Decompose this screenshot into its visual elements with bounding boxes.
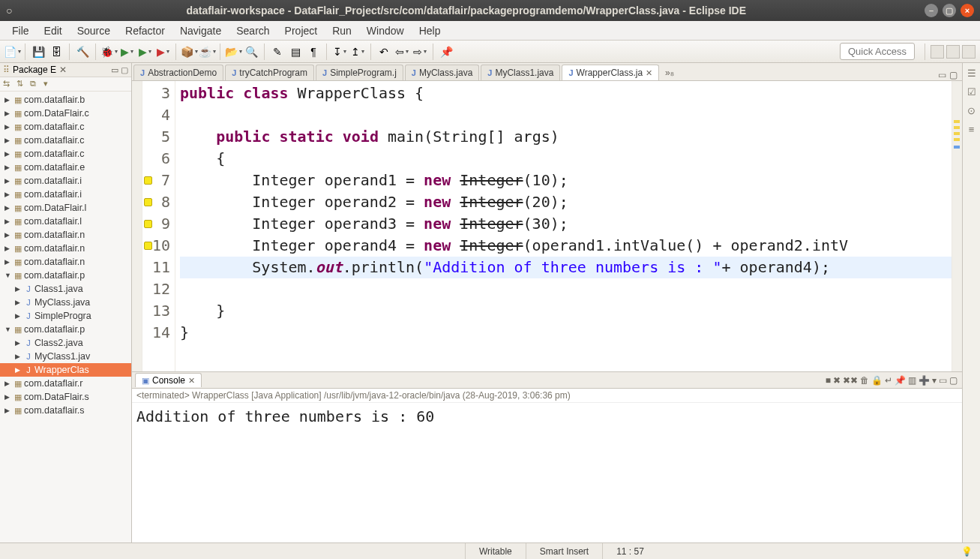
file-item[interactable]: ▶JSimpleProgra: [0, 309, 131, 323]
maximize-editor-icon[interactable]: ▢: [949, 70, 958, 80]
code-editor[interactable]: public class WrapperClass { public stati…: [175, 81, 952, 371]
toggle-block-button[interactable]: ▤: [288, 44, 303, 59]
open-console-icon[interactable]: ➕: [919, 375, 930, 386]
minimize-console-icon[interactable]: ▭: [939, 375, 947, 386]
open-type-button[interactable]: 📂: [226, 44, 241, 59]
tip-icon[interactable]: 💡: [961, 546, 980, 557]
forward-button[interactable]: ⇨: [412, 44, 427, 59]
word-wrap-icon[interactable]: ↵: [885, 375, 892, 386]
new-package-button[interactable]: 📦: [181, 44, 196, 59]
remove-all-icon[interactable]: ✖✖: [843, 375, 858, 386]
clear-console-icon[interactable]: 🗑: [860, 375, 869, 386]
remove-launch-icon[interactable]: ✖: [833, 375, 841, 386]
package-item[interactable]: ▶▦com.DataFlair.l: [0, 201, 131, 215]
overview-ruler[interactable]: [952, 81, 962, 371]
package-item[interactable]: ▶▦com.dataflair.n: [0, 228, 131, 242]
save-all-button[interactable]: 🗄: [49, 44, 64, 59]
debug-button[interactable]: 🐞: [101, 44, 116, 59]
file-item[interactable]: ▶JMyClass1.jav: [0, 350, 131, 363]
file-item[interactable]: ▶JMyClass.java: [0, 296, 131, 309]
minimize-button[interactable]: –: [925, 4, 938, 17]
menu-run[interactable]: Run: [325, 23, 359, 39]
menu-project[interactable]: Project: [277, 23, 325, 39]
view-menu-icon[interactable]: ▾: [43, 79, 54, 89]
package-item[interactable]: ▶▦com.dataflair.l: [0, 215, 131, 228]
package-item[interactable]: ▶▦com.dataflair.n: [0, 255, 131, 269]
maximize-console-icon[interactable]: ▢: [949, 375, 958, 386]
package-item[interactable]: ▶▦com.dataflair.i: [0, 174, 131, 188]
link-editor-icon[interactable]: ⇅: [16, 79, 27, 89]
package-tree[interactable]: ▶▦com.dataflair.b▶▦com.DataFlair.c▶▦com.…: [0, 92, 131, 542]
terminate-icon[interactable]: ■: [826, 375, 831, 386]
perspective-switcher[interactable]: [931, 45, 976, 59]
menu-edit[interactable]: Edit: [37, 23, 70, 39]
task-list-icon[interactable]: ☑: [967, 86, 976, 98]
package-item[interactable]: ▶▦com.dataflair.c: [0, 134, 131, 147]
java-perspective-icon[interactable]: [946, 45, 960, 59]
new-class-button[interactable]: ☕: [199, 44, 214, 59]
console-menu-icon[interactable]: ▾: [932, 375, 937, 386]
package-item[interactable]: ▶▦com.dataflair.b: [0, 93, 131, 107]
more-tabs-button[interactable]: »₈: [661, 65, 679, 80]
toggle-mark-button[interactable]: ✎: [270, 44, 285, 59]
last-edit-button[interactable]: ↶: [376, 44, 391, 59]
collapse-all-icon[interactable]: ⇆: [3, 79, 13, 89]
close-console-icon[interactable]: ✕: [188, 376, 195, 386]
console-output[interactable]: Addition of three numbers is : 60: [132, 403, 962, 542]
console-tab[interactable]: ▣ Console ✕: [135, 373, 202, 387]
pin-console-icon[interactable]: 📌: [895, 375, 906, 386]
quick-access-input[interactable]: Quick Access: [840, 43, 915, 60]
back-button[interactable]: ⇦: [394, 44, 409, 59]
line-gutter[interactable]: 3456 789 101112 1314: [142, 81, 175, 371]
tab-simpleprogram[interactable]: JSimpleProgram.j: [316, 65, 403, 80]
package-item[interactable]: ▶▦com.DataFlair.c: [0, 107, 131, 120]
menu-help[interactable]: Help: [412, 23, 448, 39]
maximize-view-icon[interactable]: ▢: [121, 65, 128, 75]
menu-navigate[interactable]: Navigate: [172, 23, 229, 39]
menu-window[interactable]: Window: [359, 23, 412, 39]
package-item[interactable]: ▼▦com.dataflair.p: [0, 269, 131, 282]
tab-trycatchprogram[interactable]: JtryCatchProgram: [225, 65, 314, 80]
minimize-editor-icon[interactable]: ▭: [938, 70, 946, 80]
tab-wrapperclass[interactable]: JWrapperClass.ja✕: [562, 65, 659, 80]
expressions-icon[interactable]: ≡: [969, 124, 975, 135]
file-item[interactable]: ▶JClass2.java: [0, 336, 131, 350]
next-annotation-button[interactable]: ↧: [332, 44, 347, 59]
package-item[interactable]: ▶▦com.DataFlair.s: [0, 390, 131, 404]
package-item[interactable]: ▶▦com.dataflair.n: [0, 242, 131, 255]
run-button[interactable]: ▶: [119, 44, 134, 59]
display-console-icon[interactable]: ▥: [908, 375, 916, 386]
search-button[interactable]: 🔍: [244, 44, 259, 59]
tab-myclass1[interactable]: JMyClass1.java: [481, 65, 560, 80]
file-item[interactable]: ▶JClass1.java: [0, 282, 131, 296]
package-item[interactable]: ▶▦com.dataflair.s: [0, 404, 131, 417]
open-perspective-icon[interactable]: [931, 45, 944, 59]
new-button[interactable]: 📄: [4, 44, 19, 59]
show-whitespace-button[interactable]: ¶: [306, 44, 321, 59]
scroll-lock-icon[interactable]: 🔒: [871, 375, 883, 386]
package-item[interactable]: ▶▦com.dataflair.i: [0, 188, 131, 201]
file-item[interactable]: ▶JWrapperClas: [0, 363, 131, 377]
close-view-icon[interactable]: ✕: [59, 65, 67, 75]
close-tab-icon[interactable]: ✕: [646, 68, 652, 78]
tab-abstractiondemo[interactable]: JAbstractionDemo: [133, 65, 223, 80]
breakpoints-icon[interactable]: ⊙: [967, 105, 976, 116]
maximize-button[interactable]: ▢: [943, 4, 956, 17]
tab-myclass[interactable]: JMyClass.java: [405, 65, 479, 80]
package-item[interactable]: ▶▦com.dataflair.r: [0, 377, 131, 390]
coverage-button[interactable]: ▶: [137, 44, 152, 59]
menu-search[interactable]: Search: [229, 23, 277, 39]
filter-icon[interactable]: ⧉: [30, 79, 40, 89]
package-item[interactable]: ▶▦com.dataflair.e: [0, 161, 131, 174]
build-button[interactable]: 🔨: [75, 44, 90, 59]
minimize-view-icon[interactable]: ▭: [111, 65, 118, 75]
menu-source[interactable]: Source: [70, 23, 118, 39]
package-item[interactable]: ▶▦com.dataflair.c: [0, 147, 131, 161]
package-item[interactable]: ▶▦com.dataflair.c: [0, 120, 131, 134]
ext-tools-button[interactable]: ▶: [155, 44, 170, 59]
menu-refactor[interactable]: Refactor: [118, 23, 172, 39]
menu-file[interactable]: File: [4, 23, 37, 39]
close-button[interactable]: ×: [961, 4, 974, 17]
save-button[interactable]: 💾: [31, 44, 46, 59]
pin-button[interactable]: 📌: [439, 44, 454, 59]
